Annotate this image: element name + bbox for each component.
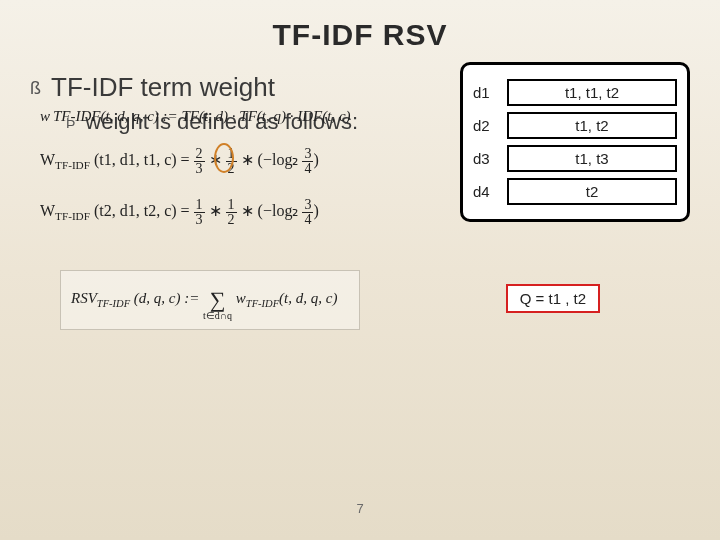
- rsv-rhssub: TF-IDF: [246, 298, 279, 309]
- doc-content: t1, t2: [507, 112, 677, 139]
- w2-f2d: 2: [226, 213, 237, 227]
- documents-panel: d1 t1, t1, t2 d2 t1, t2 d3 t1, t3 d4 t2: [460, 62, 690, 222]
- w1-args: (t1, d1, t1, c) =: [94, 151, 190, 168]
- doc-row: d1 t1, t1, t2: [473, 79, 677, 106]
- doc-label: d3: [473, 150, 507, 167]
- slide-title: TF-IDF RSV: [0, 0, 720, 52]
- w1-end: ): [313, 151, 318, 168]
- w1-sub: TF-IDF: [55, 159, 90, 171]
- formula-w1-wrap: WTF-IDF (t1, d1, t1, c) = 23 ∗ 12 ∗ (−lo…: [40, 147, 400, 176]
- doc-content: t1, t1, t2: [507, 79, 677, 106]
- w2-lhs: W: [40, 202, 55, 219]
- bullet-main-mark: ß: [30, 78, 41, 99]
- w2-args: (t2, d1, t2, c) =: [94, 202, 190, 219]
- sum-icon: ∑ t∈d∩q: [203, 279, 232, 321]
- bullet-main-text: TF-IDF term weight: [51, 72, 275, 103]
- w2-f2n: 1: [226, 198, 237, 213]
- formula-w2-wrap: WTF-IDF (t2, d1, t2, c) = 13 ∗ 12 ∗ (−lo…: [40, 198, 400, 227]
- rsv-lhs: RSV: [71, 290, 97, 306]
- w1-lhs: W: [40, 151, 55, 168]
- w2-log: (−log₂: [258, 202, 299, 219]
- doc-content: t1, t3: [507, 145, 677, 172]
- w1-log: (−log₂: [258, 151, 299, 168]
- query-box: Q = t1 , t2: [506, 284, 600, 313]
- doc-label: d2: [473, 117, 507, 134]
- w1-f1d: 3: [194, 162, 205, 176]
- formula-w1: WTF-IDF (t1, d1, t1, c) = 23 ∗ 12 ∗ (−lo…: [40, 151, 319, 168]
- doc-label: d1: [473, 84, 507, 101]
- rsv-args: (d, q, c) :=: [134, 290, 200, 306]
- doc-row: d2 t1, t2: [473, 112, 677, 139]
- w2-f1n: 1: [194, 198, 205, 213]
- w1-f3n: 3: [302, 147, 313, 162]
- doc-label: d4: [473, 183, 507, 200]
- w1-f3d: 4: [302, 162, 313, 176]
- circle-highlight-icon: [214, 143, 234, 173]
- rsv-sub: TF-IDF: [97, 298, 130, 309]
- formula-definition: w TF-IDF(t, d, q, c) := TF(t, d) · TF(t,…: [40, 108, 400, 125]
- doc-row: d3 t1, t3: [473, 145, 677, 172]
- rsv-formula: RSVTF-IDF (d, q, c) := ∑ t∈d∩q wTF-IDF(t…: [60, 270, 360, 330]
- w2-f3d: 4: [302, 213, 313, 227]
- w2-sub: TF-IDF: [55, 210, 90, 222]
- w2-f1d: 3: [194, 213, 205, 227]
- doc-content: t2: [507, 178, 677, 205]
- rsv-rhsargs: (t, d, q, c): [279, 290, 337, 306]
- formula-w2: WTF-IDF (t2, d1, t2, c) = 13 ∗ 12 ∗ (−lo…: [40, 202, 319, 219]
- w2-f3n: 3: [302, 198, 313, 213]
- rsv-rhs: w: [236, 290, 246, 306]
- w2-end: ): [313, 202, 318, 219]
- doc-row: d4 t2: [473, 178, 677, 205]
- formula-block: w TF-IDF(t, d, q, c) := TF(t, d) · TF(t,…: [40, 108, 400, 227]
- page-number: 7: [356, 501, 363, 516]
- w1-f1n: 2: [194, 147, 205, 162]
- rsv-sumbot: t∈d∩q: [203, 311, 232, 321]
